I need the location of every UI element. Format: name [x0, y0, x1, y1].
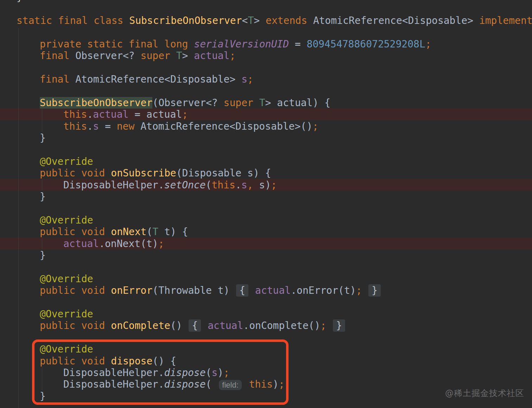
code-token-kw: this [249, 378, 273, 390]
code-token-def: s) [253, 179, 271, 191]
code-token-def: } [40, 191, 46, 202]
code-token-kw: final [40, 73, 75, 85]
code-token-def: . [87, 109, 93, 120]
code-token-decl: onComplete [111, 320, 170, 331]
code-token-fold: { [189, 319, 201, 332]
code-token-def: .onComplete() [243, 320, 320, 331]
code-line[interactable]: @Override [40, 308, 93, 320]
indent-guide [42, 179, 42, 191]
code-token-def: .onError(t) [291, 285, 356, 296]
code-token-num: 8094547886072529208L [307, 38, 425, 50]
code-token-kw: static final class [17, 15, 129, 26]
code-line[interactable]: @Override [40, 343, 93, 355]
code-line[interactable]: } [40, 191, 46, 202]
code-token-decl: SubscribeOnObserver [129, 15, 242, 26]
code-token-smeth: dispose [164, 378, 206, 390]
code-line[interactable]: final Observer<? super T> actual; [40, 50, 235, 61]
code-line[interactable]: public void onNext(T t) { [40, 226, 188, 238]
code-token-sfield: serialVersionUID [194, 38, 289, 50]
code-token-kw: ; [229, 50, 235, 61]
code-token-def: . [235, 179, 241, 191]
code-token-field: actual [63, 238, 99, 250]
code-token-ann: @Override [40, 343, 93, 355]
code-token-field: actual [93, 109, 128, 120]
code-token-def: = [99, 121, 117, 132]
code-token-kw: ; [271, 179, 277, 191]
code-line[interactable]: @Override [40, 214, 93, 226]
code-line[interactable]: this.s = new AtomicReference<Disposable>… [63, 121, 318, 132]
code-token-def: > actual) { [265, 97, 330, 109]
code-token-def: = actual [128, 109, 182, 120]
code-line[interactable]: public void onComplete() { actual.onComp… [40, 320, 346, 331]
code-token-def: () [170, 320, 188, 331]
code-token-kw: ; [425, 38, 431, 50]
code-token-kw: super [224, 97, 253, 109]
code-line[interactable]: public void onError(Throwable t) { actua… [40, 285, 381, 296]
code-token-kw: public void [40, 355, 111, 367]
code-line[interactable]: public void dispose() { [40, 355, 176, 367]
code-line[interactable]: public void onSubscribe(Disposable s) { [40, 167, 271, 179]
code-token-def: .onNext(t) [99, 238, 158, 250]
code-token-field: s [241, 179, 247, 191]
code-token-def: DisposableHelper. [63, 367, 164, 378]
code-line[interactable]: DisposableHelper.setOnce(this.s, s); [63, 179, 277, 191]
code-token-kw: ; [279, 378, 285, 390]
code-token-def: ) [217, 367, 223, 378]
code-token-def: AtomicReference<Disposable>() [134, 121, 312, 132]
code-token-decl: dispose [111, 355, 152, 367]
code-token-def: ( [206, 179, 212, 191]
code-token-def [249, 285, 255, 296]
code-line[interactable]: static final class SubscribeOnObserver<T… [17, 15, 532, 26]
code-line[interactable]: } [40, 390, 46, 402]
code-token-def [202, 320, 208, 331]
code-token-def: (Throwable t) [152, 285, 235, 296]
code-token-fold: } [368, 284, 381, 297]
code-line[interactable]: final AtomicReference<Disposable> s; [40, 73, 253, 85]
code-token-def: = [289, 38, 307, 50]
code-token-def: (Disposable s) { [176, 167, 271, 179]
code-token-def: } [40, 390, 46, 402]
code-line[interactable]: SubscribeOnObserver(Observer<? super T> … [40, 97, 330, 109]
code-line[interactable]: } [40, 250, 46, 261]
code-token-tp: T [248, 15, 254, 26]
code-token-kw: private static final long [40, 38, 194, 50]
code-line[interactable]: this.actual = actual; [63, 109, 188, 120]
code-line[interactable]: DisposableHelper.dispose( field: this); [63, 378, 285, 391]
code-token-kw: new [117, 121, 135, 132]
code-token-kw: public void [40, 167, 111, 179]
code-token-kw: final [40, 50, 75, 61]
code-token-def: AtomicReference<Disposable> [313, 15, 479, 26]
code-token-def: DisposableHelper. [63, 378, 164, 390]
code-line[interactable]: actual.onNext(t); [63, 238, 164, 250]
code-line[interactable]: @Override [40, 156, 93, 167]
code-token-def: ( [206, 367, 212, 378]
code-token-field: actual [194, 50, 229, 61]
code-line[interactable]: private static final long serialVersionU… [40, 38, 431, 50]
code-editor[interactable]: } static final class SubscribeOnObserver… [0, 0, 532, 408]
code-token-def: ( [146, 226, 152, 238]
code-token-kw: this [63, 121, 87, 132]
code-token-kw: this [63, 109, 87, 120]
code-token-fold: { [236, 284, 248, 297]
code-line[interactable]: @Override [40, 273, 93, 285]
code-token-ctor: SubscribeOnObserver [40, 97, 152, 109]
code-line[interactable]: DisposableHelper.dispose(s); [63, 367, 229, 378]
code-token-field: actual [255, 285, 291, 296]
code-token-def: DisposableHelper. [63, 179, 164, 191]
code-token-kw: public void [40, 226, 111, 238]
code-token-def: Observer<? [75, 50, 140, 61]
code-token-kw: extends [266, 15, 313, 26]
code-token-field: s [241, 73, 247, 85]
code-token-ann: @Override [40, 273, 93, 285]
code-token-kw: ; [247, 73, 253, 85]
code-token-def [362, 285, 368, 296]
code-token-kw: ; [158, 238, 164, 250]
code-line[interactable]: } [40, 132, 46, 144]
code-token-kw: public void [40, 285, 111, 296]
code-token-def: () { [152, 355, 176, 367]
code-token-smeth: setOnce [164, 179, 206, 191]
code-token-def: . [87, 121, 93, 132]
code-token-def: } [40, 132, 46, 144]
code-token-tp: T [176, 50, 182, 61]
code-token-def [326, 320, 332, 331]
